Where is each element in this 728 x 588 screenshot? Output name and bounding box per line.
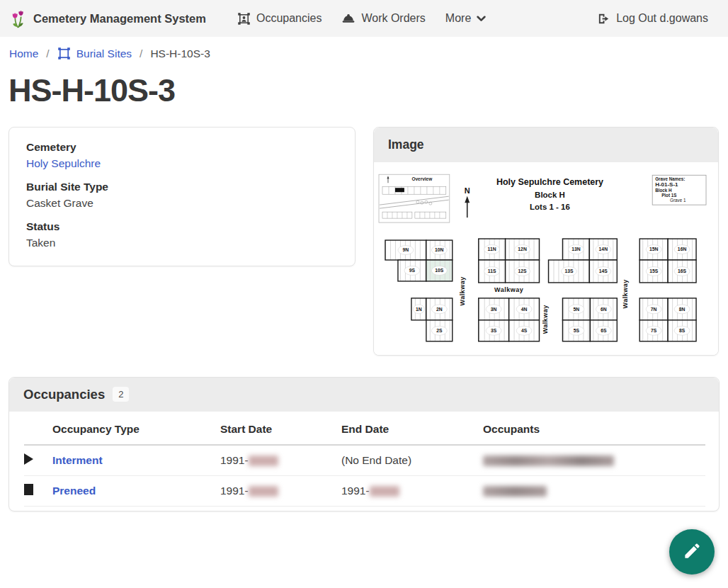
redacted-end-date: [370, 486, 399, 497]
occupancies-header: Occupancies 2: [9, 378, 719, 412]
logout-button[interactable]: Log Out d.gowans: [597, 12, 708, 26]
svg-text:Grave Names:: Grave Names:: [655, 176, 685, 181]
redacted-occupants: [483, 456, 614, 466]
app-logo-home-link[interactable]: Cemetery Management System: [10, 9, 206, 28]
svg-text:Walkway: Walkway: [494, 285, 523, 293]
table-row: Preneed 1991- 1991-: [24, 475, 705, 506]
svg-text:5N: 5N: [574, 306, 580, 311]
svg-text:16N: 16N: [678, 247, 687, 251]
svg-text:Lots 1 - 16: Lots 1 - 16: [530, 203, 570, 211]
field-status: Status Taken: [26, 220, 338, 249]
start-date-prefix: 1991-: [220, 485, 249, 497]
column-header-icon: [24, 413, 52, 445]
start-date-prefix: 1991-: [220, 454, 249, 466]
page-title: HS-H-10S-3: [8, 73, 720, 108]
occupancy-type-link[interactable]: Preneed: [52, 485, 96, 497]
field-label: Burial Site Type: [26, 181, 338, 193]
occupancies-title: Occupancies: [23, 387, 105, 402]
svg-text:15N: 15N: [649, 247, 659, 251]
svg-text:Plot 1S: Plot 1S: [661, 192, 676, 197]
occupancies-table: Occupancy Type Start Date End Date Occup…: [24, 413, 705, 507]
occupancy-type-link[interactable]: Interment: [52, 454, 103, 466]
svg-text:N: N: [465, 186, 470, 195]
svg-text:14N: 14N: [599, 247, 608, 251]
svg-text:4S: 4S: [521, 328, 528, 333]
column-header: Occupants: [483, 413, 705, 445]
svg-text:13N: 13N: [571, 247, 581, 251]
breadcrumb-home-link[interactable]: Home: [9, 47, 38, 60]
table-row: Interment 1991- (No End Date): [24, 445, 705, 476]
breadcrumb-burial-sites-link[interactable]: Burial Sites: [57, 47, 132, 60]
field-burial-site-type: Burial Site Type Casket Grave: [26, 181, 338, 210]
redacted-start-date: [249, 456, 278, 466]
svg-text:Walkway: Walkway: [542, 305, 549, 334]
play-icon: [24, 453, 33, 465]
svg-text:11S: 11S: [488, 268, 496, 273]
nav-item-more[interactable]: More: [445, 12, 486, 25]
svg-text:Walkway: Walkway: [459, 276, 466, 305]
breadcrumb-separator: /: [46, 47, 49, 60]
svg-text:10N: 10N: [435, 247, 444, 252]
svg-text:9N: 9N: [403, 247, 409, 252]
content-row: Cemetery Holy Sepulchre Burial Site Type…: [0, 127, 728, 356]
svg-text:Overview: Overview: [411, 176, 433, 181]
occupancies-card: Occupancies 2 Occupancy Type Start Date …: [8, 377, 720, 511]
svg-text:5S: 5S: [574, 328, 580, 333]
svg-text:3N: 3N: [491, 306, 497, 311]
breadcrumb-separator: /: [140, 47, 142, 60]
svg-text:13S: 13S: [564, 268, 574, 273]
svg-text:Block H: Block H: [535, 190, 565, 198]
svg-text:6S: 6S: [601, 328, 607, 333]
svg-text:7S: 7S: [651, 328, 657, 333]
svg-text:Grave 1: Grave 1: [670, 197, 686, 202]
svg-text:12N: 12N: [518, 247, 527, 251]
svg-text:2S: 2S: [436, 328, 443, 333]
nav-item-label: Work Orders: [361, 12, 425, 25]
svg-text:8N: 8N: [679, 306, 686, 311]
column-header: End Date: [341, 413, 483, 445]
table-header-row: Occupancy Type Start Date End Date Occup…: [24, 413, 705, 445]
tulip-logo-icon: [10, 9, 26, 28]
svg-text:4N: 4N: [521, 306, 528, 311]
field-value: Casket Grave: [26, 197, 338, 210]
breadcrumb-burial-sites-label: Burial Sites: [76, 47, 132, 60]
svg-text:1N: 1N: [416, 306, 422, 311]
field-label: Cemetery: [26, 141, 338, 154]
svg-text:Walkway: Walkway: [622, 279, 629, 308]
svg-text:12S: 12S: [518, 268, 528, 273]
burial-site-map-image[interactable]: OverviewNHoly Sepulchre CemeteryBlock HL…: [374, 162, 718, 355]
nav-item-occupancies[interactable]: Occupancies: [237, 12, 322, 26]
occupancies-icon: [237, 12, 251, 26]
logout-label: Log Out d.gowans: [616, 12, 708, 25]
stop-icon: [24, 484, 33, 495]
svg-text:3S: 3S: [491, 328, 497, 333]
app-title: Cemetery Management System: [33, 12, 206, 26]
details-card: Cemetery Holy Sepulchre Burial Site Type…: [8, 127, 356, 266]
end-date: (No End Date): [341, 454, 411, 466]
logout-icon: [597, 12, 610, 26]
svg-text:8S: 8S: [679, 328, 686, 333]
breadcrumb-current: HS-H-10S-3: [150, 47, 210, 60]
field-cemetery: Cemetery Holy Sepulchre: [26, 141, 338, 170]
chevron-down-icon: [477, 16, 486, 22]
end-date-prefix: 1991-: [341, 485, 370, 497]
top-navbar: Cemetery Management System Occupancies W: [0, 0, 728, 37]
redacted-occupants: [483, 486, 547, 497]
svg-text:14S: 14S: [599, 268, 608, 273]
image-card-header: Image: [374, 128, 718, 162]
image-card: Image OverviewNHoly Sepulchre CemeteryBl…: [373, 127, 719, 356]
svg-text:6N: 6N: [601, 306, 607, 311]
svg-text:11N: 11N: [488, 247, 496, 251]
svg-text:15S: 15S: [649, 268, 659, 273]
pencil-icon: [683, 541, 702, 562]
occupancies-count-badge: 2: [113, 387, 129, 402]
nav-item-work-orders[interactable]: Work Orders: [341, 12, 425, 25]
svg-text:9S: 9S: [409, 268, 416, 273]
redacted-start-date: [249, 486, 278, 497]
work-orders-icon: [341, 13, 356, 25]
cemetery-link[interactable]: Holy Sepulchre: [26, 157, 101, 169]
breadcrumb: Home / Burial Sites / HS-H-10S-3: [0, 37, 728, 66]
burial-sites-icon: [57, 47, 71, 60]
field-value: Taken: [26, 237, 338, 249]
edit-fab-button[interactable]: [669, 529, 715, 575]
